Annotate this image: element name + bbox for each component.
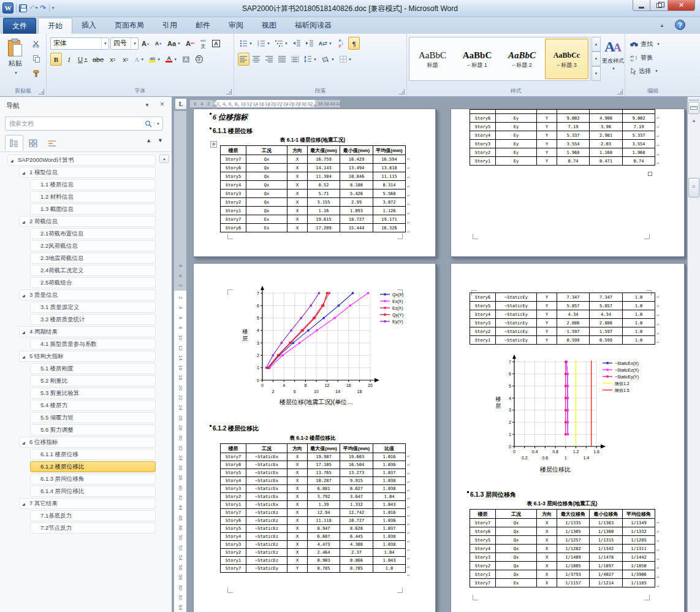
styles-dialog-launcher-icon[interactable]	[617, 89, 623, 94]
nav-item-11[interactable]: ◢3 质量信息	[19, 289, 156, 300]
save-button[interactable]	[19, 4, 27, 12]
change-styles-button[interactable]: AA 更改样式 ▼	[602, 37, 624, 83]
right-indent-marker[interactable]	[313, 104, 318, 107]
expand-caret-icon[interactable]: ◢	[22, 440, 27, 445]
text-effects-button[interactable]: A▼	[132, 53, 146, 66]
clipboard-dialog-launcher-icon[interactable]	[39, 89, 44, 94]
font-color-button[interactable]: A▼	[164, 53, 179, 66]
split-handle[interactable]	[688, 97, 699, 101]
paste-dropdown-icon[interactable]: ▼	[14, 71, 18, 75]
view-ruler-toggle-icon[interactable]	[688, 102, 699, 114]
document-canvas[interactable]: L 64224681012141618202224262830323638404…	[172, 97, 687, 612]
character-border-button[interactable]: A	[210, 37, 222, 50]
next-heading-icon[interactable]: ▼	[158, 137, 163, 143]
ribbon-tab-8[interactable]: 福昕阅读器	[286, 18, 341, 34]
nav-item-10[interactable]: 2.5荷载组合	[30, 277, 156, 288]
table-move-handle-icon[interactable]: ✛	[210, 141, 217, 148]
close-button[interactable]: ✕	[668, 0, 695, 11]
nav-item-0[interactable]: ◢SAP2000Word计算书	[7, 155, 156, 166]
shrink-font-button[interactable]: A▼	[153, 37, 164, 50]
nav-item-21[interactable]: 5.5 倾覆力矩	[30, 412, 156, 423]
nav-item-27[interactable]: 6.1.4 层间位移比	[30, 486, 156, 497]
expand-caret-icon[interactable]: ◢	[22, 330, 27, 334]
nav-item-14[interactable]: ◢4 周期结果	[19, 326, 156, 337]
document-page-1[interactable]: 6 位移指标 6.1.1 楼层位移 表 6.1-1 楼层位移(地震工况) ✛ 楼…	[193, 109, 436, 257]
grow-font-button[interactable]: A▲	[140, 37, 151, 50]
collapse-ribbon-icon[interactable]: ▲	[656, 21, 668, 30]
expand-caret-icon[interactable]: ◢	[10, 158, 15, 163]
ribbon-tab-1[interactable]: 开始	[38, 18, 72, 34]
font-size-combo[interactable]: 四号 ▼	[110, 37, 139, 50]
minimize-button[interactable]	[633, 0, 650, 11]
nav-item-5[interactable]: ◢2 荷载信息	[19, 216, 156, 227]
ribbon-tab-5[interactable]: 邮件	[186, 18, 219, 34]
expand-caret-icon[interactable]: ◢	[22, 220, 27, 224]
paragraph-dialog-launcher-icon[interactable]	[399, 89, 405, 94]
asian-layout-button[interactable]: A⇄▼	[317, 37, 334, 50]
justify-button[interactable]	[276, 53, 288, 66]
multilevel-list-button[interactable]: ▼	[273, 37, 290, 50]
previous-heading-icon[interactable]: ▲	[146, 137, 151, 143]
nav-item-16[interactable]: ◢5 结构大指标	[19, 351, 156, 362]
show-hide-marks-button[interactable]: ¶	[348, 37, 360, 50]
strikethrough-button[interactable]: abe	[91, 53, 105, 66]
file-tab[interactable]: 文件	[3, 18, 36, 34]
borders-button[interactable]: ▼	[338, 53, 354, 66]
style-card-3[interactable]: AaBbC↵标题 2	[500, 39, 544, 79]
scrollbar-thumb[interactable]	[688, 178, 699, 197]
style-card-2[interactable]: AaBbC↵标题 1	[455, 39, 499, 79]
cut-button[interactable]	[29, 37, 43, 50]
replace-button[interactable]: ab ac 替换	[630, 53, 653, 62]
ribbon-tab-4[interactable]: 引用	[153, 18, 186, 34]
nav-item-22[interactable]: 5.6 剪力调整	[30, 424, 156, 435]
help-icon[interactable]: ?	[675, 20, 685, 30]
nav-item-4[interactable]: 1.3 截面信息	[30, 204, 156, 215]
nav-item-15[interactable]: 4.1 振型质量参与系数	[30, 339, 156, 350]
bold-button[interactable]: B	[50, 53, 62, 66]
align-left-button[interactable]	[238, 53, 249, 66]
format-painter-button[interactable]	[29, 67, 43, 80]
superscript-button[interactable]: x2	[120, 53, 131, 66]
numbering-button[interactable]: 123 ▼	[256, 37, 272, 50]
sort-button[interactable]: AZ↓	[335, 37, 347, 50]
styles-scroll-down-icon[interactable]: ▼	[592, 52, 601, 66]
tab-browse-headings[interactable]	[5, 135, 23, 151]
align-right-button[interactable]	[264, 53, 275, 66]
shading-button[interactable]: ▼	[320, 53, 337, 66]
phonetic-guide-button[interactable]: wén文	[197, 37, 209, 50]
nav-item-8[interactable]: 2.3地震荷载信息	[30, 253, 156, 264]
expand-caret-icon[interactable]: ◢	[22, 502, 27, 506]
nav-item-23[interactable]: ◢6 位移指标	[19, 437, 156, 448]
search-icon[interactable]	[145, 120, 152, 128]
align-center-button[interactable]	[251, 53, 262, 66]
ribbon-tab-6[interactable]: 审阅	[219, 18, 253, 34]
nav-item-12[interactable]: 3.1 质量源定义	[30, 302, 156, 313]
word-logo-icon[interactable]: W	[2, 2, 13, 13]
ribbon-tab-7[interactable]: 视图	[253, 18, 286, 34]
horizontal-ruler[interactable]: 642246810121416182022242628303236384042	[189, 99, 341, 108]
nav-item-9[interactable]: 2.4荷载工况定义	[30, 265, 156, 276]
select-button[interactable]: 选择▼	[630, 67, 658, 75]
line-spacing-button[interactable]: ▼	[302, 53, 319, 66]
tab-stop-selector[interactable]: L	[175, 98, 187, 110]
nav-item-2[interactable]: 1.1 楼层信息	[30, 179, 156, 190]
ribbon-tab-3[interactable]: 页面布局	[105, 18, 153, 34]
nav-item-7[interactable]: 2.2风荷载信息	[30, 240, 156, 251]
character-shading-button[interactable]: A	[180, 53, 192, 66]
nav-item-20[interactable]: 5.4 楼层力	[30, 400, 156, 411]
change-case-button[interactable]: Aa▼	[165, 37, 183, 50]
customize-qat-button[interactable]: ▾	[52, 6, 55, 10]
nav-item-13[interactable]: 3.2 楼层质量统计	[30, 314, 156, 325]
restore-button[interactable]	[650, 0, 668, 11]
table-resize-handle[interactable]	[648, 172, 652, 176]
styles-scroll-up-icon[interactable]: ▲	[592, 37, 601, 52]
undo-dropdown-icon[interactable]: ▾	[36, 6, 38, 10]
search-options-dropdown-icon[interactable]: ▼	[154, 122, 160, 126]
redo-button[interactable]: ↷	[40, 4, 47, 12]
undo-button[interactable]: ↶▾	[29, 4, 38, 12]
document-page-4[interactable]: Story6~StaticEyY7.3477.3471.0Story5~Stat…	[451, 263, 685, 612]
underline-button[interactable]: U▼	[76, 53, 89, 66]
search-input[interactable]: 搜索文档 ▼	[5, 117, 163, 131]
font-name-combo[interactable]: 宋体 ▼	[50, 37, 109, 50]
nav-item-29[interactable]: 7.1基底反力	[30, 510, 156, 521]
